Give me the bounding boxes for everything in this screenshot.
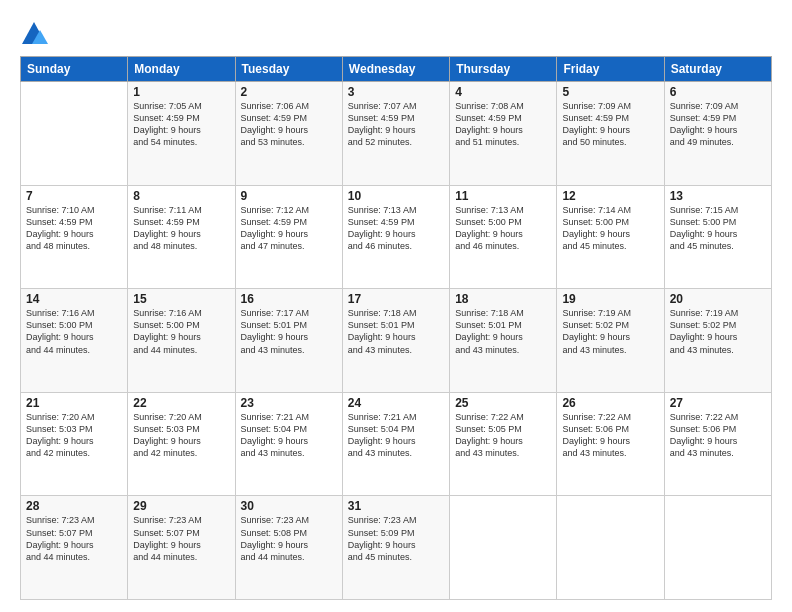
- header: [20, 16, 772, 48]
- day-info: Sunrise: 7:21 AM Sunset: 5:04 PM Dayligh…: [241, 411, 337, 460]
- day-number: 24: [348, 396, 444, 410]
- day-number: 12: [562, 189, 658, 203]
- header-day-tuesday: Tuesday: [235, 57, 342, 82]
- day-info: Sunrise: 7:05 AM Sunset: 4:59 PM Dayligh…: [133, 100, 229, 149]
- calendar-cell: 14Sunrise: 7:16 AM Sunset: 5:00 PM Dayli…: [21, 289, 128, 393]
- day-number: 21: [26, 396, 122, 410]
- calendar-cell: 4Sunrise: 7:08 AM Sunset: 4:59 PM Daylig…: [450, 82, 557, 186]
- day-number: 1: [133, 85, 229, 99]
- day-info: Sunrise: 7:19 AM Sunset: 5:02 PM Dayligh…: [670, 307, 766, 356]
- day-info: Sunrise: 7:20 AM Sunset: 5:03 PM Dayligh…: [26, 411, 122, 460]
- calendar-cell: [450, 496, 557, 600]
- calendar-cell: 13Sunrise: 7:15 AM Sunset: 5:00 PM Dayli…: [664, 185, 771, 289]
- day-number: 9: [241, 189, 337, 203]
- day-info: Sunrise: 7:07 AM Sunset: 4:59 PM Dayligh…: [348, 100, 444, 149]
- day-info: Sunrise: 7:23 AM Sunset: 5:08 PM Dayligh…: [241, 514, 337, 563]
- day-number: 11: [455, 189, 551, 203]
- day-number: 14: [26, 292, 122, 306]
- day-number: 2: [241, 85, 337, 99]
- header-day-wednesday: Wednesday: [342, 57, 449, 82]
- calendar-cell: 20Sunrise: 7:19 AM Sunset: 5:02 PM Dayli…: [664, 289, 771, 393]
- day-info: Sunrise: 7:16 AM Sunset: 5:00 PM Dayligh…: [26, 307, 122, 356]
- calendar-cell: 6Sunrise: 7:09 AM Sunset: 4:59 PM Daylig…: [664, 82, 771, 186]
- day-info: Sunrise: 7:21 AM Sunset: 5:04 PM Dayligh…: [348, 411, 444, 460]
- week-row-4: 28Sunrise: 7:23 AM Sunset: 5:07 PM Dayli…: [21, 496, 772, 600]
- calendar-cell: [557, 496, 664, 600]
- day-number: 22: [133, 396, 229, 410]
- calendar-cell: 7Sunrise: 7:10 AM Sunset: 4:59 PM Daylig…: [21, 185, 128, 289]
- calendar-cell: [21, 82, 128, 186]
- day-info: Sunrise: 7:22 AM Sunset: 5:06 PM Dayligh…: [670, 411, 766, 460]
- day-number: 8: [133, 189, 229, 203]
- day-number: 10: [348, 189, 444, 203]
- header-day-sunday: Sunday: [21, 57, 128, 82]
- header-day-thursday: Thursday: [450, 57, 557, 82]
- calendar-cell: 2Sunrise: 7:06 AM Sunset: 4:59 PM Daylig…: [235, 82, 342, 186]
- calendar-cell: 18Sunrise: 7:18 AM Sunset: 5:01 PM Dayli…: [450, 289, 557, 393]
- calendar-cell: 3Sunrise: 7:07 AM Sunset: 4:59 PM Daylig…: [342, 82, 449, 186]
- calendar-table: SundayMondayTuesdayWednesdayThursdayFrid…: [20, 56, 772, 600]
- day-number: 29: [133, 499, 229, 513]
- header-day-friday: Friday: [557, 57, 664, 82]
- day-number: 20: [670, 292, 766, 306]
- day-number: 15: [133, 292, 229, 306]
- calendar-cell: 30Sunrise: 7:23 AM Sunset: 5:08 PM Dayli…: [235, 496, 342, 600]
- day-info: Sunrise: 7:17 AM Sunset: 5:01 PM Dayligh…: [241, 307, 337, 356]
- calendar-cell: 24Sunrise: 7:21 AM Sunset: 5:04 PM Dayli…: [342, 392, 449, 496]
- calendar-cell: 23Sunrise: 7:21 AM Sunset: 5:04 PM Dayli…: [235, 392, 342, 496]
- calendar-cell: [664, 496, 771, 600]
- day-info: Sunrise: 7:19 AM Sunset: 5:02 PM Dayligh…: [562, 307, 658, 356]
- calendar-cell: 17Sunrise: 7:18 AM Sunset: 5:01 PM Dayli…: [342, 289, 449, 393]
- calendar-cell: 8Sunrise: 7:11 AM Sunset: 4:59 PM Daylig…: [128, 185, 235, 289]
- day-info: Sunrise: 7:22 AM Sunset: 5:06 PM Dayligh…: [562, 411, 658, 460]
- day-number: 16: [241, 292, 337, 306]
- day-info: Sunrise: 7:20 AM Sunset: 5:03 PM Dayligh…: [133, 411, 229, 460]
- day-number: 26: [562, 396, 658, 410]
- calendar-cell: 21Sunrise: 7:20 AM Sunset: 5:03 PM Dayli…: [21, 392, 128, 496]
- day-number: 3: [348, 85, 444, 99]
- day-info: Sunrise: 7:16 AM Sunset: 5:00 PM Dayligh…: [133, 307, 229, 356]
- day-info: Sunrise: 7:08 AM Sunset: 4:59 PM Dayligh…: [455, 100, 551, 149]
- day-info: Sunrise: 7:06 AM Sunset: 4:59 PM Dayligh…: [241, 100, 337, 149]
- calendar-cell: 22Sunrise: 7:20 AM Sunset: 5:03 PM Dayli…: [128, 392, 235, 496]
- header-row: SundayMondayTuesdayWednesdayThursdayFrid…: [21, 57, 772, 82]
- week-row-2: 14Sunrise: 7:16 AM Sunset: 5:00 PM Dayli…: [21, 289, 772, 393]
- week-row-0: 1Sunrise: 7:05 AM Sunset: 4:59 PM Daylig…: [21, 82, 772, 186]
- day-info: Sunrise: 7:12 AM Sunset: 4:59 PM Dayligh…: [241, 204, 337, 253]
- day-info: Sunrise: 7:18 AM Sunset: 5:01 PM Dayligh…: [348, 307, 444, 356]
- week-row-1: 7Sunrise: 7:10 AM Sunset: 4:59 PM Daylig…: [21, 185, 772, 289]
- day-number: 28: [26, 499, 122, 513]
- day-info: Sunrise: 7:14 AM Sunset: 5:00 PM Dayligh…: [562, 204, 658, 253]
- logo: [20, 20, 52, 48]
- page: SundayMondayTuesdayWednesdayThursdayFrid…: [0, 0, 792, 612]
- calendar-cell: 25Sunrise: 7:22 AM Sunset: 5:05 PM Dayli…: [450, 392, 557, 496]
- calendar-cell: 27Sunrise: 7:22 AM Sunset: 5:06 PM Dayli…: [664, 392, 771, 496]
- day-info: Sunrise: 7:13 AM Sunset: 5:00 PM Dayligh…: [455, 204, 551, 253]
- calendar-cell: 16Sunrise: 7:17 AM Sunset: 5:01 PM Dayli…: [235, 289, 342, 393]
- day-number: 17: [348, 292, 444, 306]
- day-number: 5: [562, 85, 658, 99]
- week-row-3: 21Sunrise: 7:20 AM Sunset: 5:03 PM Dayli…: [21, 392, 772, 496]
- calendar-cell: 1Sunrise: 7:05 AM Sunset: 4:59 PM Daylig…: [128, 82, 235, 186]
- calendar-cell: 15Sunrise: 7:16 AM Sunset: 5:00 PM Dayli…: [128, 289, 235, 393]
- day-number: 18: [455, 292, 551, 306]
- calendar-cell: 5Sunrise: 7:09 AM Sunset: 4:59 PM Daylig…: [557, 82, 664, 186]
- day-number: 27: [670, 396, 766, 410]
- day-number: 19: [562, 292, 658, 306]
- day-info: Sunrise: 7:09 AM Sunset: 4:59 PM Dayligh…: [562, 100, 658, 149]
- day-info: Sunrise: 7:23 AM Sunset: 5:07 PM Dayligh…: [26, 514, 122, 563]
- day-info: Sunrise: 7:09 AM Sunset: 4:59 PM Dayligh…: [670, 100, 766, 149]
- calendar-cell: 12Sunrise: 7:14 AM Sunset: 5:00 PM Dayli…: [557, 185, 664, 289]
- day-info: Sunrise: 7:13 AM Sunset: 4:59 PM Dayligh…: [348, 204, 444, 253]
- day-number: 31: [348, 499, 444, 513]
- calendar-cell: 26Sunrise: 7:22 AM Sunset: 5:06 PM Dayli…: [557, 392, 664, 496]
- calendar-cell: 10Sunrise: 7:13 AM Sunset: 4:59 PM Dayli…: [342, 185, 449, 289]
- calendar-cell: 28Sunrise: 7:23 AM Sunset: 5:07 PM Dayli…: [21, 496, 128, 600]
- day-number: 7: [26, 189, 122, 203]
- calendar-cell: 11Sunrise: 7:13 AM Sunset: 5:00 PM Dayli…: [450, 185, 557, 289]
- day-number: 6: [670, 85, 766, 99]
- day-number: 30: [241, 499, 337, 513]
- day-info: Sunrise: 7:18 AM Sunset: 5:01 PM Dayligh…: [455, 307, 551, 356]
- day-info: Sunrise: 7:23 AM Sunset: 5:09 PM Dayligh…: [348, 514, 444, 563]
- logo-icon: [20, 20, 48, 48]
